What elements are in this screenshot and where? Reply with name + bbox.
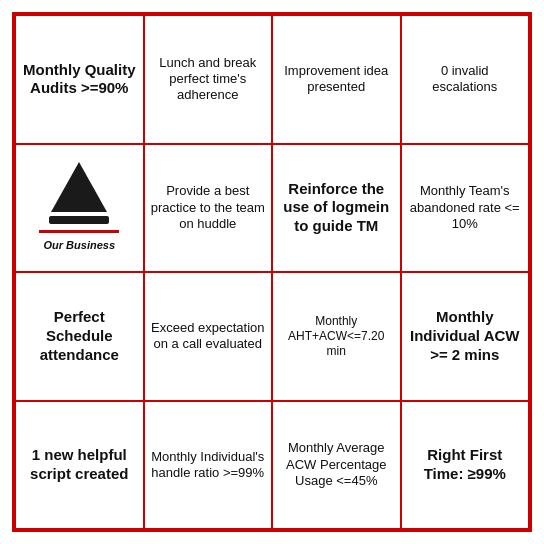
cell-monthly-quality: Monthly Quality Audits >=90% bbox=[15, 15, 144, 144]
cell-reinforce-logmein: Reinforce the use of logmein to guide TM bbox=[272, 144, 401, 273]
cone-icon bbox=[51, 162, 107, 212]
bingo-board: Monthly Quality Audits >=90% Lunch and b… bbox=[12, 12, 532, 532]
cell-team-abandoned: Monthly Team's abandoned rate <= 10% bbox=[401, 144, 530, 273]
cell-lunch-break: Lunch and break perfect time's adherence bbox=[144, 15, 273, 144]
cell-text: Monthly AHT+ACW<=7.20 min bbox=[279, 314, 394, 359]
cell-text: Provide a best practice to the team on h… bbox=[151, 183, 266, 232]
cell-perfect-schedule: Perfect Schedule attendance bbox=[15, 272, 144, 401]
cell-avg-acw: Monthly Average ACW Percentage Usage <=4… bbox=[272, 401, 401, 530]
cell-text: Monthly Individual's handle ratio >=99% bbox=[151, 449, 266, 482]
cell-text: 0 invalid escalations bbox=[408, 63, 523, 96]
cell-text: Lunch and break perfect time's adherence bbox=[151, 55, 266, 104]
cell-new-script: 1 new helpful script created bbox=[15, 401, 144, 530]
cell-text: Monthly Quality Audits >=90% bbox=[22, 61, 137, 99]
cell-best-practice: Provide a best practice to the team on h… bbox=[144, 144, 273, 273]
cell-exceed-expectation: Exceed expectation on a call evaluated bbox=[144, 272, 273, 401]
cell-text: Right First Time: ≥99% bbox=[408, 446, 523, 484]
cell-text: Improvement idea presented bbox=[279, 63, 394, 96]
cell-logo: Our Business bbox=[15, 144, 144, 273]
cell-text: Perfect Schedule attendance bbox=[22, 308, 137, 364]
cell-improvement-idea: Improvement idea presented bbox=[272, 15, 401, 144]
cell-right-first-time: Right First Time: ≥99% bbox=[401, 401, 530, 530]
cell-text: Monthly Team's abandoned rate <= 10% bbox=[408, 183, 523, 232]
business-name: Our Business bbox=[43, 239, 115, 253]
cell-handle-ratio: Monthly Individual's handle ratio >=99% bbox=[144, 401, 273, 530]
cell-text: Monthly Individual ACW >= 2 mins bbox=[408, 308, 523, 364]
cell-text: Monthly Average ACW Percentage Usage <=4… bbox=[279, 440, 394, 489]
cell-individual-acw: Monthly Individual ACW >= 2 mins bbox=[401, 272, 530, 401]
cell-text: 1 new helpful script created bbox=[22, 446, 137, 484]
cell-invalid-escalations: 0 invalid escalations bbox=[401, 15, 530, 144]
logo-line bbox=[39, 230, 119, 233]
cone-base bbox=[49, 216, 109, 224]
cell-text: Reinforce the use of logmein to guide TM bbox=[279, 180, 394, 236]
cell-aht-acw: Monthly AHT+ACW<=7.20 min bbox=[272, 272, 401, 401]
cell-text: Exceed expectation on a call evaluated bbox=[151, 320, 266, 353]
